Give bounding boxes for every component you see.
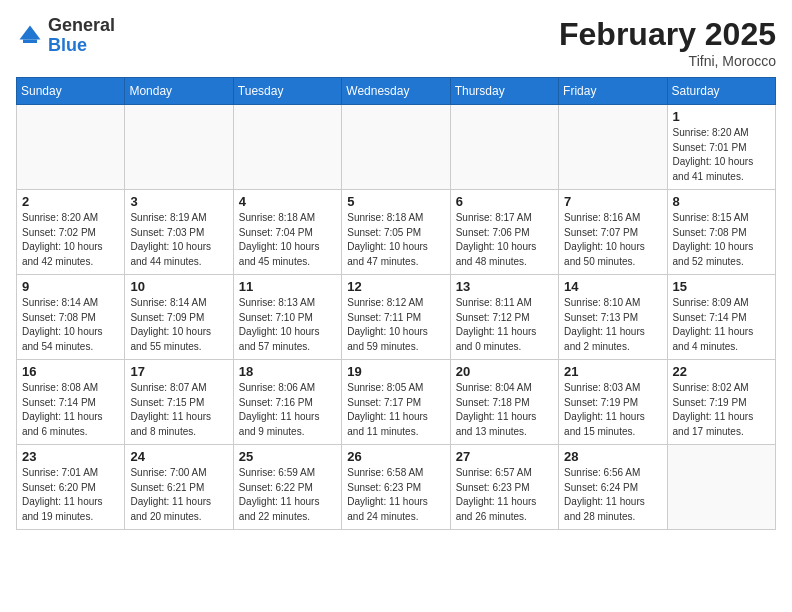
calendar-cell: 15Sunrise: 8:09 AM Sunset: 7:14 PM Dayli… xyxy=(667,275,775,360)
calendar-cell: 27Sunrise: 6:57 AM Sunset: 6:23 PM Dayli… xyxy=(450,445,558,530)
day-info: Sunrise: 8:17 AM Sunset: 7:06 PM Dayligh… xyxy=(456,211,553,269)
calendar-cell: 21Sunrise: 8:03 AM Sunset: 7:19 PM Dayli… xyxy=(559,360,667,445)
day-info: Sunrise: 8:09 AM Sunset: 7:14 PM Dayligh… xyxy=(673,296,770,354)
day-info: Sunrise: 8:20 AM Sunset: 7:01 PM Dayligh… xyxy=(673,126,770,184)
day-info: Sunrise: 8:02 AM Sunset: 7:19 PM Dayligh… xyxy=(673,381,770,439)
logo-blue-text: Blue xyxy=(48,35,87,55)
day-number: 4 xyxy=(239,194,336,209)
day-info: Sunrise: 8:11 AM Sunset: 7:12 PM Dayligh… xyxy=(456,296,553,354)
day-number: 15 xyxy=(673,279,770,294)
calendar-cell: 20Sunrise: 8:04 AM Sunset: 7:18 PM Dayli… xyxy=(450,360,558,445)
calendar-week-row: 23Sunrise: 7:01 AM Sunset: 6:20 PM Dayli… xyxy=(17,445,776,530)
calendar-cell: 23Sunrise: 7:01 AM Sunset: 6:20 PM Dayli… xyxy=(17,445,125,530)
calendar-cell xyxy=(559,105,667,190)
day-number: 2 xyxy=(22,194,119,209)
day-info: Sunrise: 8:12 AM Sunset: 7:11 PM Dayligh… xyxy=(347,296,444,354)
day-info: Sunrise: 8:15 AM Sunset: 7:08 PM Dayligh… xyxy=(673,211,770,269)
day-info: Sunrise: 8:04 AM Sunset: 7:18 PM Dayligh… xyxy=(456,381,553,439)
day-number: 26 xyxy=(347,449,444,464)
day-number: 20 xyxy=(456,364,553,379)
calendar-cell: 12Sunrise: 8:12 AM Sunset: 7:11 PM Dayli… xyxy=(342,275,450,360)
day-info: Sunrise: 8:08 AM Sunset: 7:14 PM Dayligh… xyxy=(22,381,119,439)
day-info: Sunrise: 6:57 AM Sunset: 6:23 PM Dayligh… xyxy=(456,466,553,524)
day-number: 7 xyxy=(564,194,661,209)
calendar-cell: 8Sunrise: 8:15 AM Sunset: 7:08 PM Daylig… xyxy=(667,190,775,275)
day-info: Sunrise: 8:14 AM Sunset: 7:09 PM Dayligh… xyxy=(130,296,227,354)
weekday-header: Saturday xyxy=(667,78,775,105)
day-number: 12 xyxy=(347,279,444,294)
day-info: Sunrise: 8:14 AM Sunset: 7:08 PM Dayligh… xyxy=(22,296,119,354)
day-info: Sunrise: 8:13 AM Sunset: 7:10 PM Dayligh… xyxy=(239,296,336,354)
logo-icon xyxy=(16,22,44,50)
day-number: 28 xyxy=(564,449,661,464)
day-number: 11 xyxy=(239,279,336,294)
page-header: General Blue February 2025 Tifni, Morocc… xyxy=(16,16,776,69)
calendar-week-row: 1Sunrise: 8:20 AM Sunset: 7:01 PM Daylig… xyxy=(17,105,776,190)
day-number: 25 xyxy=(239,449,336,464)
calendar-cell: 3Sunrise: 8:19 AM Sunset: 7:03 PM Daylig… xyxy=(125,190,233,275)
calendar-cell xyxy=(450,105,558,190)
day-info: Sunrise: 6:58 AM Sunset: 6:23 PM Dayligh… xyxy=(347,466,444,524)
calendar-cell: 6Sunrise: 8:17 AM Sunset: 7:06 PM Daylig… xyxy=(450,190,558,275)
day-number: 23 xyxy=(22,449,119,464)
day-number: 5 xyxy=(347,194,444,209)
weekday-header: Sunday xyxy=(17,78,125,105)
day-number: 9 xyxy=(22,279,119,294)
day-number: 16 xyxy=(22,364,119,379)
calendar-cell: 11Sunrise: 8:13 AM Sunset: 7:10 PM Dayli… xyxy=(233,275,341,360)
weekday-header: Friday xyxy=(559,78,667,105)
day-info: Sunrise: 8:10 AM Sunset: 7:13 PM Dayligh… xyxy=(564,296,661,354)
calendar-cell: 4Sunrise: 8:18 AM Sunset: 7:04 PM Daylig… xyxy=(233,190,341,275)
day-info: Sunrise: 7:01 AM Sunset: 6:20 PM Dayligh… xyxy=(22,466,119,524)
calendar-cell xyxy=(667,445,775,530)
calendar-cell: 14Sunrise: 8:10 AM Sunset: 7:13 PM Dayli… xyxy=(559,275,667,360)
calendar-week-row: 16Sunrise: 8:08 AM Sunset: 7:14 PM Dayli… xyxy=(17,360,776,445)
calendar-cell: 5Sunrise: 8:18 AM Sunset: 7:05 PM Daylig… xyxy=(342,190,450,275)
day-info: Sunrise: 8:20 AM Sunset: 7:02 PM Dayligh… xyxy=(22,211,119,269)
calendar-table: SundayMondayTuesdayWednesdayThursdayFrid… xyxy=(16,77,776,530)
day-number: 27 xyxy=(456,449,553,464)
calendar-cell xyxy=(342,105,450,190)
day-info: Sunrise: 8:05 AM Sunset: 7:17 PM Dayligh… xyxy=(347,381,444,439)
calendar-cell: 25Sunrise: 6:59 AM Sunset: 6:22 PM Dayli… xyxy=(233,445,341,530)
day-number: 13 xyxy=(456,279,553,294)
day-info: Sunrise: 6:59 AM Sunset: 6:22 PM Dayligh… xyxy=(239,466,336,524)
day-number: 1 xyxy=(673,109,770,124)
weekday-header: Thursday xyxy=(450,78,558,105)
calendar-cell: 1Sunrise: 8:20 AM Sunset: 7:01 PM Daylig… xyxy=(667,105,775,190)
day-info: Sunrise: 6:56 AM Sunset: 6:24 PM Dayligh… xyxy=(564,466,661,524)
day-info: Sunrise: 8:03 AM Sunset: 7:19 PM Dayligh… xyxy=(564,381,661,439)
calendar-cell: 24Sunrise: 7:00 AM Sunset: 6:21 PM Dayli… xyxy=(125,445,233,530)
calendar-cell: 18Sunrise: 8:06 AM Sunset: 7:16 PM Dayli… xyxy=(233,360,341,445)
calendar-cell xyxy=(17,105,125,190)
calendar-cell: 22Sunrise: 8:02 AM Sunset: 7:19 PM Dayli… xyxy=(667,360,775,445)
day-number: 18 xyxy=(239,364,336,379)
weekday-header: Monday xyxy=(125,78,233,105)
day-number: 22 xyxy=(673,364,770,379)
svg-marker-0 xyxy=(20,25,41,39)
logo: General Blue xyxy=(16,16,115,56)
weekday-header: Tuesday xyxy=(233,78,341,105)
calendar-cell xyxy=(125,105,233,190)
day-info: Sunrise: 8:07 AM Sunset: 7:15 PM Dayligh… xyxy=(130,381,227,439)
title-block: February 2025 Tifni, Morocco xyxy=(559,16,776,69)
calendar-week-row: 9Sunrise: 8:14 AM Sunset: 7:08 PM Daylig… xyxy=(17,275,776,360)
calendar-cell: 17Sunrise: 8:07 AM Sunset: 7:15 PM Dayli… xyxy=(125,360,233,445)
calendar-cell: 2Sunrise: 8:20 AM Sunset: 7:02 PM Daylig… xyxy=(17,190,125,275)
calendar-cell: 16Sunrise: 8:08 AM Sunset: 7:14 PM Dayli… xyxy=(17,360,125,445)
logo-general-text: General xyxy=(48,15,115,35)
calendar-cell: 26Sunrise: 6:58 AM Sunset: 6:23 PM Dayli… xyxy=(342,445,450,530)
day-info: Sunrise: 8:18 AM Sunset: 7:04 PM Dayligh… xyxy=(239,211,336,269)
calendar-cell: 19Sunrise: 8:05 AM Sunset: 7:17 PM Dayli… xyxy=(342,360,450,445)
calendar-cell: 10Sunrise: 8:14 AM Sunset: 7:09 PM Dayli… xyxy=(125,275,233,360)
day-info: Sunrise: 7:00 AM Sunset: 6:21 PM Dayligh… xyxy=(130,466,227,524)
day-number: 14 xyxy=(564,279,661,294)
day-number: 17 xyxy=(130,364,227,379)
day-number: 8 xyxy=(673,194,770,209)
day-number: 19 xyxy=(347,364,444,379)
month-year-title: February 2025 xyxy=(559,16,776,53)
day-number: 10 xyxy=(130,279,227,294)
day-number: 3 xyxy=(130,194,227,209)
calendar-cell xyxy=(233,105,341,190)
calendar-cell: 9Sunrise: 8:14 AM Sunset: 7:08 PM Daylig… xyxy=(17,275,125,360)
